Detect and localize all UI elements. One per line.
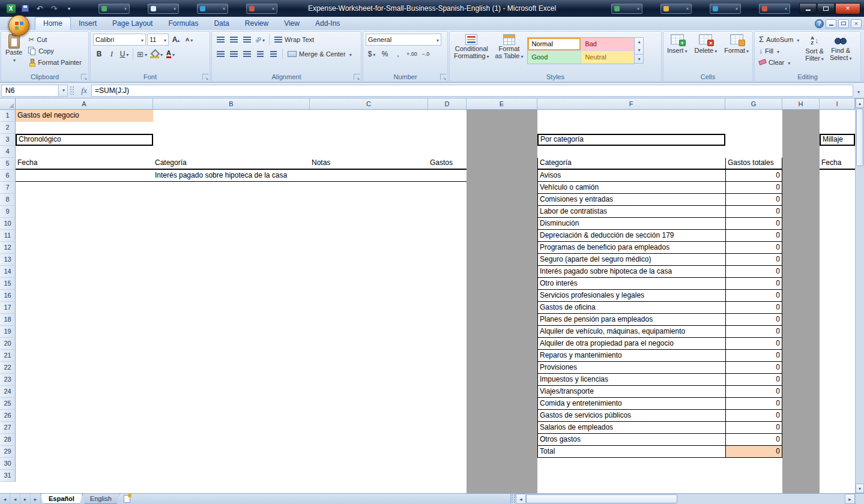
cell-C27[interactable] — [310, 422, 428, 434]
name-box-dropdown[interactable] — [59, 85, 68, 97]
cell-F10[interactable]: Disminución — [537, 218, 725, 230]
cell-I5[interactable]: Fecha — [820, 158, 855, 170]
cell-E5[interactable] — [467, 158, 537, 170]
cell-F28[interactable]: Otros gastos — [537, 434, 725, 446]
row-header-22[interactable]: 22 — [0, 362, 16, 374]
align-center-button[interactable] — [228, 48, 240, 60]
row-header-19[interactable]: 19 — [0, 326, 16, 338]
column-header-A[interactable]: A — [16, 98, 153, 109]
cell-A6[interactable] — [16, 170, 153, 182]
cell-B12[interactable] — [153, 242, 310, 254]
cut-button[interactable]: ✂Cut — [26, 34, 83, 45]
row-header-25[interactable]: 25 — [0, 398, 16, 410]
row-header-15[interactable]: 15 — [0, 278, 16, 290]
save-button[interactable] — [19, 3, 31, 14]
cell-D17[interactable] — [428, 302, 467, 314]
cell-B4[interactable] — [153, 146, 310, 158]
cell-E30[interactable] — [467, 458, 537, 470]
column-header-G[interactable]: G — [725, 98, 782, 109]
cell-B11[interactable] — [153, 230, 310, 242]
horizontal-scroll-thumb[interactable] — [526, 494, 677, 503]
grow-font-button[interactable]: A — [170, 34, 182, 46]
cell-F13[interactable]: Seguro (aparte del seguro médico) — [537, 254, 725, 266]
cell-I19[interactable] — [820, 326, 855, 338]
cell-C9[interactable] — [310, 206, 428, 218]
format-cells-button[interactable]: Format — [722, 34, 751, 56]
cell-C7[interactable] — [310, 182, 428, 194]
cell-C26[interactable] — [310, 410, 428, 422]
redo-button[interactable]: ↷ — [48, 3, 60, 14]
cell-A28[interactable] — [16, 434, 153, 446]
ribbon-tab-home[interactable]: Home — [35, 17, 71, 30]
cell-H10[interactable] — [782, 218, 820, 230]
cell-H19[interactable] — [782, 326, 820, 338]
cell-D25[interactable] — [428, 398, 467, 410]
cell-B26[interactable] — [153, 410, 310, 422]
cell-D13[interactable] — [428, 254, 467, 266]
cell-I8[interactable] — [820, 194, 855, 206]
cell-D10[interactable] — [428, 218, 467, 230]
name-box[interactable]: N6 — [1, 85, 59, 97]
formula-bar-expand-button[interactable] — [853, 85, 863, 96]
increase-decimal-button[interactable]: +.00 — [405, 48, 418, 60]
cell-E6[interactable] — [467, 170, 537, 182]
row-header-24[interactable]: 24 — [0, 386, 16, 398]
cell-G16[interactable]: 0 — [725, 290, 782, 302]
ribbon-tab-add-ins[interactable]: Add-Ins — [307, 17, 348, 30]
cell-I29[interactable] — [820, 446, 855, 458]
cell-A26[interactable] — [16, 410, 153, 422]
cell-E10[interactable] — [467, 218, 537, 230]
cell-H1[interactable] — [782, 110, 820, 122]
cell-H6[interactable] — [782, 170, 820, 182]
cell-G18[interactable]: 0 — [725, 314, 782, 326]
row-header-10[interactable]: 10 — [0, 218, 16, 230]
cell-F20[interactable]: Alquiler de otra propiedad para el negoc… — [537, 338, 725, 350]
cell-D26[interactable] — [428, 410, 467, 422]
titlebar-window-chip[interactable] — [197, 4, 228, 14]
cell-E15[interactable] — [467, 278, 537, 290]
cell-D19[interactable] — [428, 326, 467, 338]
close-button[interactable] — [835, 3, 860, 14]
cell-E17[interactable] — [467, 302, 537, 314]
cell-G11[interactable]: 0 — [725, 230, 782, 242]
cell-A5[interactable]: Fecha — [16, 158, 153, 170]
cell-E27[interactable] — [467, 422, 537, 434]
cell-C18[interactable] — [310, 314, 428, 326]
cell-C13[interactable] — [310, 254, 428, 266]
row-header-23[interactable]: 23 — [0, 374, 16, 386]
cell-H31[interactable] — [782, 470, 820, 482]
cell-E19[interactable] — [467, 326, 537, 338]
cell-B16[interactable] — [153, 290, 310, 302]
cell-C15[interactable] — [310, 278, 428, 290]
column-header-E[interactable]: E — [467, 98, 537, 109]
clear-button[interactable]: Clear — [757, 56, 801, 68]
cell-C6[interactable] — [310, 170, 428, 182]
cell-E24[interactable] — [467, 386, 537, 398]
cell-F1[interactable] — [537, 110, 725, 122]
cell-B29[interactable] — [153, 446, 310, 458]
cell-E20[interactable] — [467, 338, 537, 350]
cell-A11[interactable] — [16, 230, 153, 242]
cell-I22[interactable] — [820, 362, 855, 374]
cell-D8[interactable] — [428, 194, 467, 206]
cell-H16[interactable] — [782, 290, 820, 302]
cell-E9[interactable] — [467, 206, 537, 218]
cell-A31[interactable] — [16, 470, 153, 482]
cell-D22[interactable] — [428, 362, 467, 374]
cell-D12[interactable] — [428, 242, 467, 254]
row-header-17[interactable]: 17 — [0, 302, 16, 314]
align-right-button[interactable] — [241, 48, 253, 60]
cell-H5[interactable] — [782, 158, 820, 170]
font-dialog-launcher[interactable] — [202, 74, 208, 80]
titlebar-window-chip[interactable] — [710, 4, 741, 14]
italic-button[interactable]: I — [106, 48, 118, 60]
orientation-button[interactable]: ab — [254, 34, 266, 46]
cell-F19[interactable]: Alquiler de vehículo, máquinas, equipami… — [537, 326, 725, 338]
cell-G8[interactable]: 0 — [725, 194, 782, 206]
cell-H22[interactable] — [782, 362, 820, 374]
maximize-button[interactable] — [817, 3, 835, 14]
cell-I11[interactable] — [820, 230, 855, 242]
cell-F27[interactable]: Salarios de empleados — [537, 422, 725, 434]
cell-D18[interactable] — [428, 314, 467, 326]
cell-style-good[interactable]: Good — [528, 51, 581, 64]
